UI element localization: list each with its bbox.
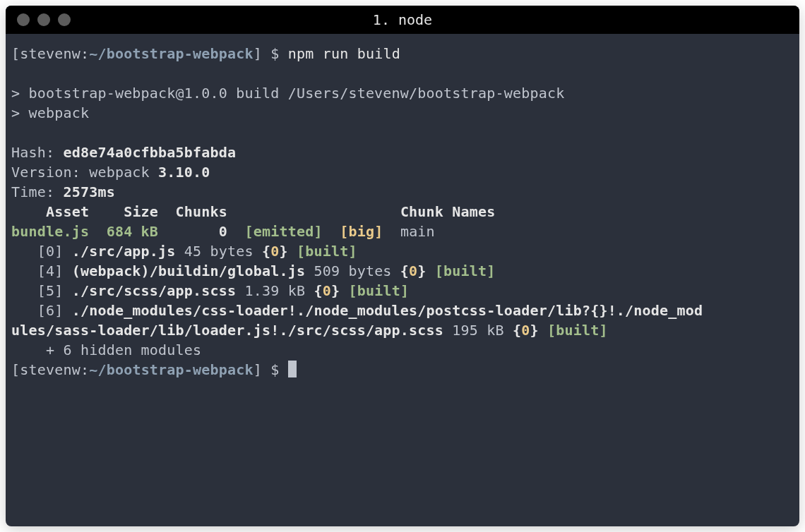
minimize-icon[interactable] — [37, 13, 50, 26]
terminal-window: 1. node [stevenw:~/bootstrap-webpack] $ … — [6, 6, 799, 526]
hash-label: Hash: — [11, 144, 63, 161]
bracket-close: ] $ — [254, 45, 288, 62]
terminal-body[interactable]: [stevenw:~/bootstrap-webpack] $ npm run … — [6, 34, 799, 526]
prompt-path: ~/bootstrap-webpack — [89, 361, 254, 378]
bundle-row: bundle.js 684 kB 0 [emitted] [big] main — [11, 223, 435, 240]
version-label: Version: webpack — [11, 164, 158, 181]
header-size: Size — [89, 203, 158, 220]
version-value: 3.10.0 — [158, 164, 210, 181]
emitted-tag: [emitted] — [245, 223, 323, 240]
module-index: [5] — [11, 282, 72, 299]
bracket-open: [ — [11, 45, 20, 62]
time-value: 2573ms — [63, 183, 114, 200]
module-index: [4] — [11, 262, 72, 279]
hash-line: Hash: ed8e74a0cfbba5bfabda — [11, 144, 236, 161]
brace: } — [280, 243, 288, 260]
module-row-4: [4] (webpack)/buildin/global.js 509 byte… — [11, 262, 496, 279]
module-path-part2: ules/sass-loader/lib/loader.js!./src/scs… — [11, 322, 443, 339]
bundle-chunk: 0 — [158, 223, 244, 240]
module-path: ./src/app.js — [72, 243, 176, 260]
module-path: ./src/scss/app.scss — [72, 282, 237, 299]
module-index: [6] — [11, 302, 72, 319]
module-row-6: [6] ./node_modules/css-loader!./node_mod… — [11, 302, 703, 319]
prompt-line: [stevenw:~/bootstrap-webpack] $ npm run … — [11, 45, 400, 62]
bundle-name: bundle.js — [11, 223, 89, 240]
built-tag: [built] — [340, 282, 409, 299]
module-size: 509 bytes — [305, 262, 400, 279]
header-asset: Asset — [11, 203, 89, 220]
header-spacer — [227, 203, 400, 220]
brace: { — [262, 243, 270, 260]
traffic-lights — [6, 13, 71, 26]
built-tag: [built] — [288, 243, 357, 260]
hash-value: ed8e74a0cfbba5bfabda — [63, 144, 236, 161]
module-row-6-line2: ules/sass-loader/lib/loader.js!./src/scs… — [11, 322, 608, 339]
gap — [383, 223, 400, 240]
module-index: [0] — [11, 243, 72, 260]
titlebar[interactable]: 1. node — [6, 6, 799, 34]
prompt-line-2: [stevenw:~/bootstrap-webpack] $ — [11, 361, 297, 378]
module-chunk: 0 — [270, 243, 279, 260]
brace: { — [314, 282, 322, 299]
big-tag: [big] — [340, 223, 383, 240]
version-line: Version: webpack 3.10.0 — [11, 164, 210, 181]
module-chunk: 0 — [409, 262, 417, 279]
npm-script-line1: > bootstrap-webpack@1.0.0 build /Users/s… — [11, 85, 564, 102]
npm-script-line2: > webpack — [11, 104, 89, 121]
brace: } — [530, 322, 539, 339]
prompt-user: stevenw — [20, 45, 80, 62]
brace: } — [331, 282, 340, 299]
bundle-size: 684 kB — [89, 223, 158, 240]
prompt-path: ~/bootstrap-webpack — [89, 45, 254, 62]
gap — [323, 223, 340, 240]
brace: } — [417, 262, 426, 279]
module-size: 45 bytes — [176, 243, 262, 260]
module-row-0: [0] ./src/app.js 45 bytes {0} [built] — [11, 243, 357, 260]
built-tag: [built] — [427, 262, 496, 279]
header-chunks: Chunks — [158, 203, 227, 220]
module-path: (webpack)/buildin/global.js — [72, 262, 306, 279]
prompt-sep: : — [80, 45, 89, 62]
brace: { — [400, 262, 409, 279]
window-title: 1. node — [373, 11, 432, 28]
prompt-sep: : — [80, 361, 89, 378]
zoom-icon[interactable] — [58, 13, 71, 26]
module-row-5: [5] ./src/scss/app.scss 1.39 kB {0} [bui… — [11, 282, 409, 299]
hidden-modules: + 6 hidden modules — [11, 341, 201, 358]
module-size: 195 kB — [443, 322, 513, 339]
bracket-close: ] $ — [254, 361, 288, 378]
chunk-name: main — [400, 223, 435, 240]
close-icon[interactable] — [17, 13, 30, 26]
header-chunk-names: Chunk Names — [400, 203, 496, 220]
brace: { — [513, 322, 521, 339]
cursor-icon — [288, 361, 297, 377]
built-tag: [built] — [539, 322, 608, 339]
prompt-user: stevenw — [20, 361, 80, 378]
table-header: Asset Size Chunks Chunk Names — [11, 203, 496, 220]
module-path-part1: ./node_modules/css-loader!./node_modules… — [72, 302, 703, 319]
module-chunk: 0 — [521, 322, 530, 339]
module-chunk: 0 — [323, 282, 331, 299]
module-size: 1.39 kB — [236, 282, 314, 299]
command-text: npm run build — [288, 45, 400, 62]
bracket-open: [ — [11, 361, 20, 378]
time-line: Time: 2573ms — [11, 183, 115, 200]
time-label: Time: — [11, 183, 63, 200]
